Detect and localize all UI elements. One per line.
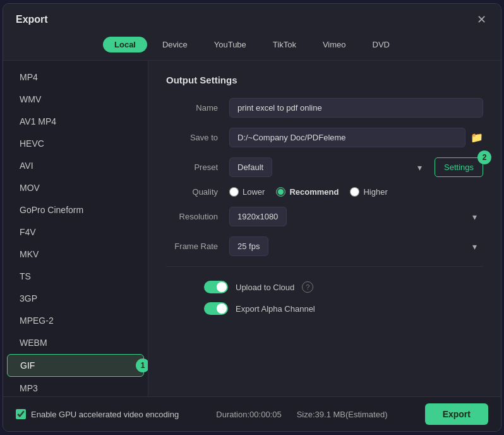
sidebar-item-avi[interactable]: AVI xyxy=(7,155,144,176)
resolution-select[interactable]: 1920x1080 xyxy=(229,207,287,226)
footer-left: Enable GPU accelerated video encoding xyxy=(16,409,179,419)
sidebar-item-av1mp4[interactable]: AV1 MP4 xyxy=(7,111,144,132)
name-value xyxy=(229,98,483,118)
sidebar-badge-1: 1 xyxy=(136,358,148,372)
footer-center: Duration:00:00:05 Size:39.1 MB(Estimated… xyxy=(216,410,387,419)
settings-badge: 2 xyxy=(477,150,491,164)
path-input[interactable] xyxy=(229,128,465,147)
dialog-title: Export xyxy=(16,14,48,25)
sidebar-item-mp3[interactable]: MP3 xyxy=(7,377,144,396)
frame-rate-row: Frame Rate 25 fps xyxy=(166,236,483,256)
section-title: Output Settings xyxy=(166,75,483,85)
quality-recommend[interactable]: Recommend xyxy=(276,187,339,197)
tab-device[interactable]: Device xyxy=(151,37,199,52)
quality-recommend-radio[interactable] xyxy=(276,187,285,197)
sidebar-item-gopro[interactable]: GoPro Cineform xyxy=(7,199,144,221)
upload-cloud-info-icon[interactable]: ? xyxy=(302,281,313,293)
preset-row: Preset Default Settings 2 xyxy=(166,157,483,177)
export-alpha-row: Export Alpha Channel xyxy=(166,302,483,315)
footer: Enable GPU accelerated video encoding Du… xyxy=(3,396,501,431)
name-row: Name xyxy=(166,98,483,118)
settings-button[interactable]: Settings 2 xyxy=(435,157,483,177)
upload-cloud-label: Upload to Cloud xyxy=(236,283,294,292)
resolution-value: 1920x1080 xyxy=(229,207,483,226)
sidebar-item-mov[interactable]: MOV xyxy=(7,177,144,199)
export-button[interactable]: Export xyxy=(425,403,488,425)
upload-cloud-toggle[interactable] xyxy=(204,281,228,293)
tab-vimeo[interactable]: Vimeo xyxy=(311,37,357,52)
quality-lower-radio[interactable] xyxy=(229,187,239,197)
gpu-label: Enable GPU accelerated video encoding xyxy=(31,410,179,419)
quality-row: Quality Lower Recommend Higher xyxy=(166,187,483,197)
sidebar-item-mpeg2[interactable]: MPEG-2 xyxy=(7,310,144,331)
divider xyxy=(166,266,483,267)
save-to-value: 📁 xyxy=(229,128,483,147)
frame-rate-label: Frame Rate xyxy=(166,242,229,251)
quality-lower[interactable]: Lower xyxy=(229,187,265,197)
toggle-section: Upload to Cloud ? Export Alpha Channel xyxy=(166,276,483,329)
sidebar-item-3gp[interactable]: 3GP xyxy=(7,288,144,309)
preset-value: Default Settings 2 xyxy=(229,157,483,177)
sidebar-item-gif[interactable]: GIF 1 xyxy=(7,354,144,377)
upload-cloud-row: Upload to Cloud ? xyxy=(166,281,483,293)
save-to-row: Save to 📁 xyxy=(166,128,483,147)
export-dialog: Export ✕ Local Device YouTube TikTok Vim… xyxy=(3,3,501,432)
sidebar-item-mp4[interactable]: MP4 xyxy=(7,66,144,88)
export-alpha-label: Export Alpha Channel xyxy=(236,304,315,314)
frame-rate-select[interactable]: 25 fps xyxy=(229,236,268,256)
sidebar-item-wmv[interactable]: WMV xyxy=(7,89,144,110)
size-label: Size:39.1 MB(Estimated) xyxy=(297,410,388,419)
tab-dvd[interactable]: DVD xyxy=(361,37,401,52)
main-panel: Output Settings Name Save to 📁 Preset xyxy=(148,61,501,396)
export-alpha-toggle[interactable] xyxy=(204,302,228,315)
sidebar-item-webm[interactable]: WEBM xyxy=(7,332,144,353)
sidebar-item-ts[interactable]: TS xyxy=(7,266,144,287)
tab-tiktok[interactable]: TikTok xyxy=(261,37,308,52)
sidebar-item-hevc[interactable]: HEVC xyxy=(7,133,144,154)
format-sidebar: MP4 WMV AV1 MP4 HEVC AVI MOV GoPro Cinef… xyxy=(3,61,148,396)
close-button[interactable]: ✕ xyxy=(474,13,488,27)
frame-rate-select-wrapper: 25 fps xyxy=(229,236,483,256)
tab-bar: Local Device YouTube TikTok Vimeo DVD xyxy=(3,33,501,60)
save-to-label: Save to xyxy=(166,133,229,142)
content-area: MP4 WMV AV1 MP4 HEVC AVI MOV GoPro Cinef… xyxy=(3,60,501,396)
preset-select[interactable]: Default xyxy=(229,157,272,177)
sidebar-item-mkv[interactable]: MKV xyxy=(7,243,144,265)
quality-options: Lower Recommend Higher xyxy=(229,187,483,197)
name-label: Name xyxy=(166,103,229,113)
preset-label: Preset xyxy=(166,162,229,172)
title-bar: Export ✕ xyxy=(3,4,501,33)
duration-label: Duration:00:00:05 xyxy=(216,410,281,419)
resolution-select-wrapper: 1920x1080 xyxy=(229,207,483,226)
quality-label: Quality xyxy=(166,187,229,197)
name-input[interactable] xyxy=(229,98,483,118)
preset-select-wrapper: Default xyxy=(229,157,428,177)
tab-youtube[interactable]: YouTube xyxy=(203,37,258,52)
resolution-label: Resolution xyxy=(166,212,229,221)
folder-icon[interactable]: 📁 xyxy=(471,132,483,144)
frame-rate-value: 25 fps xyxy=(229,236,483,256)
sidebar-item-f4v[interactable]: F4V xyxy=(7,221,144,243)
tab-local[interactable]: Local xyxy=(103,37,147,52)
gpu-checkbox[interactable] xyxy=(16,409,26,419)
resolution-row: Resolution 1920x1080 xyxy=(166,207,483,226)
quality-higher-radio[interactable] xyxy=(350,187,359,197)
quality-higher[interactable]: Higher xyxy=(350,187,387,197)
